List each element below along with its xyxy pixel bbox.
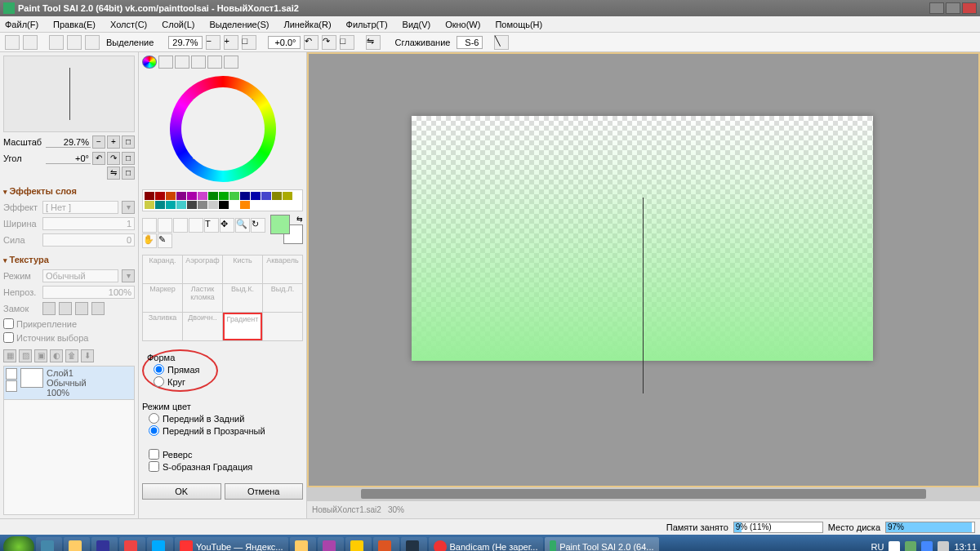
smoothing-field[interactable]: S-6 — [457, 36, 483, 49]
canvas-viewport[interactable] — [307, 52, 980, 487]
text-tool[interactable]: T — [204, 218, 219, 233]
color-fg-bg[interactable]: ⇆ — [270, 215, 303, 244]
flip-h-button[interactable]: ⇋ — [366, 35, 381, 50]
layer-list[interactable]: Слой1 Обычный 100% — [3, 366, 135, 515]
mask-button[interactable]: ◐ — [50, 349, 63, 362]
swatch[interactable] — [229, 192, 239, 200]
taskbar-youtube[interactable]: YouTube — Яндекс... — [175, 537, 288, 551]
angle-ccw[interactable]: ↶ — [92, 152, 105, 165]
brush-Каранд.[interactable]: Каранд. — [143, 256, 182, 283]
taskbar-pin-8[interactable] — [345, 537, 372, 551]
new-folder-button[interactable]: ▣ — [34, 349, 47, 362]
mode-fb-radio[interactable] — [149, 413, 159, 424]
swatch[interactable] — [187, 192, 197, 200]
swatch[interactable] — [219, 201, 229, 209]
texture-header[interactable]: Текстура — [3, 255, 135, 264]
swatch[interactable] — [155, 192, 165, 200]
ok-button[interactable]: OK — [142, 483, 221, 500]
swatch[interactable] — [272, 192, 282, 200]
lock-all-icon[interactable] — [42, 302, 56, 315]
h-scrollbar[interactable] — [307, 487, 980, 500]
menu-window[interactable]: Окно(W) — [445, 20, 480, 29]
swatch[interactable] — [208, 201, 218, 209]
swatch[interactable] — [176, 201, 186, 209]
close-button[interactable] — [962, 2, 977, 14]
taskbar-pin-6[interactable] — [290, 537, 316, 551]
brush-Аэрограф[interactable]: Аэрограф — [183, 256, 222, 283]
taskbar-pin-1[interactable] — [36, 537, 62, 551]
effect-strength-field[interactable]: 0 — [42, 233, 135, 247]
brush-Акварель[interactable]: Акварель — [263, 256, 302, 283]
menu-canvas[interactable]: Холст(C) — [110, 20, 147, 29]
lock-move-icon[interactable] — [75, 302, 88, 315]
toolbar-extra-button[interactable]: ╲ — [494, 35, 509, 50]
menu-selection[interactable]: Выделение(S) — [209, 20, 269, 29]
taskbar-sai[interactable]: Paint Tool SAI 2.0 (64... — [545, 537, 659, 551]
undo-button[interactable] — [5, 35, 20, 50]
zoom-tool[interactable]: 🔍 — [235, 218, 250, 233]
taskbar-pin-4[interactable] — [119, 537, 145, 551]
blend-mode-field[interactable]: Обычный — [42, 269, 118, 282]
layer-lock-icon[interactable] — [6, 380, 17, 392]
tray-icon-2[interactable] — [905, 541, 916, 551]
eyedropper-tool[interactable]: ✎ — [158, 233, 172, 248]
swatch[interactable] — [176, 192, 186, 200]
swap-colors-icon[interactable]: ⇆ — [296, 215, 303, 223]
color-swatch-mode[interactable] — [207, 56, 222, 69]
swatch[interactable] — [219, 192, 229, 200]
menu-edit[interactable]: Правка(E) — [53, 20, 96, 29]
rotate-reset-button[interactable]: □ — [340, 35, 354, 50]
tray-volume-icon[interactable] — [938, 541, 949, 551]
brush-Маркер[interactable]: Маркер — [143, 284, 182, 312]
swatch[interactable] — [166, 201, 176, 209]
swatch[interactable] — [155, 201, 165, 209]
lasso-tool[interactable] — [158, 218, 172, 233]
delete-layer-button[interactable]: 🗑 — [65, 349, 78, 362]
color-scratch-mode[interactable] — [224, 56, 238, 69]
new-layer-button[interactable]: ▦ — [3, 349, 16, 362]
show-sel-button[interactable] — [85, 35, 100, 50]
deselect-button[interactable] — [49, 35, 64, 50]
menu-view[interactable]: Вид(V) — [403, 20, 431, 29]
flip-button[interactable]: ⇋ — [107, 167, 120, 180]
swatch[interactable] — [283, 192, 292, 200]
cancel-button[interactable]: Отмена — [225, 483, 304, 500]
zoom-fit-button[interactable]: □ — [242, 35, 256, 50]
brush-Выд.Л.[interactable]: Выд.Л. — [263, 284, 302, 312]
swatch[interactable] — [166, 192, 176, 200]
menu-layer[interactable]: Слой(L) — [162, 20, 194, 29]
effect-dropdown[interactable]: ▾ — [122, 201, 135, 214]
zoom-in-button[interactable]: + — [224, 35, 238, 50]
tray-icon-3[interactable] — [921, 541, 933, 551]
taskbar-pin-5[interactable] — [147, 537, 173, 551]
reverse-checkbox[interactable] — [149, 449, 159, 460]
layer-visibility-icon[interactable] — [6, 368, 17, 380]
scale-minus[interactable]: − — [92, 136, 105, 149]
swatch[interactable] — [240, 201, 250, 209]
clock[interactable]: 13:11 — [954, 542, 977, 551]
magic-wand-tool[interactable] — [173, 218, 188, 233]
redo-button[interactable] — [23, 35, 38, 50]
lock-alpha-icon[interactable] — [91, 302, 105, 315]
brush-Градиент[interactable]: Градиент — [223, 313, 262, 340]
blend-dropdown[interactable]: ▾ — [122, 269, 135, 282]
color-rgb-mode[interactable] — [158, 56, 173, 69]
rect-select-tool[interactable] — [142, 218, 157, 233]
color-swatches[interactable] — [142, 189, 303, 211]
doc-tab-name[interactable]: НовыйХолст1.sai2 — [312, 505, 381, 514]
lock-paint-icon[interactable] — [59, 302, 72, 315]
swatch[interactable] — [240, 192, 250, 200]
color-mixer-mode[interactable] — [191, 56, 206, 69]
taskbar-pin-10[interactable] — [401, 537, 427, 551]
scurve-checkbox[interactable] — [149, 461, 159, 472]
pin-checkbox[interactable] — [3, 318, 14, 329]
brush-Ластик кломка[interactable]: Ластик кломка — [183, 284, 222, 312]
menu-help[interactable]: Помощь(H) — [495, 20, 542, 29]
scale-plus[interactable]: + — [107, 136, 120, 149]
swatch[interactable] — [187, 201, 197, 209]
layer-effects-header[interactable]: Эффекты слоя — [3, 186, 135, 196]
move-sel-tool[interactable] — [189, 218, 203, 233]
merge-button[interactable]: ⬇ — [81, 349, 94, 362]
menu-filter[interactable]: Фильтр(T) — [346, 20, 388, 29]
maximize-button[interactable] — [946, 2, 960, 14]
